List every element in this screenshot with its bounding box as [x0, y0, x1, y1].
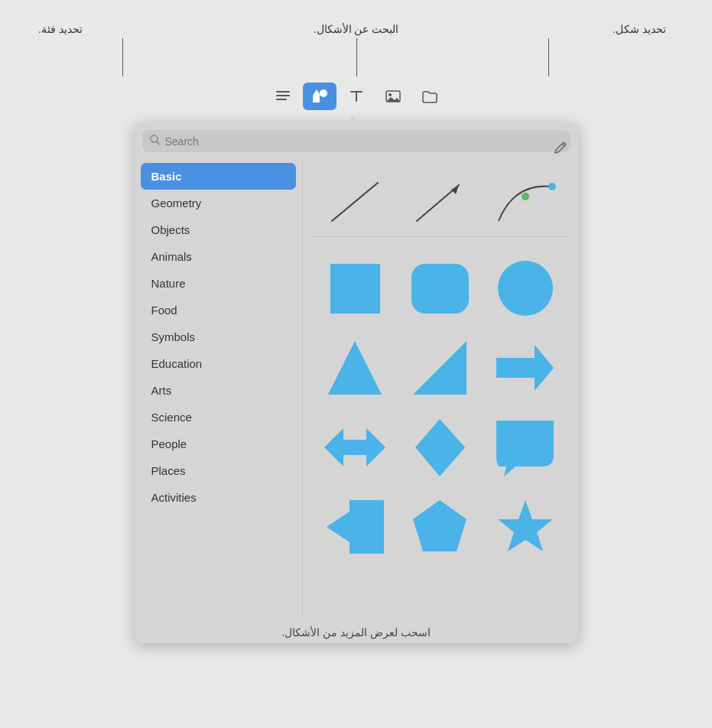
arrow-line-shape-svg	[413, 179, 467, 225]
shapes-area	[303, 158, 578, 617]
toolbar-buttons	[254, 76, 459, 116]
circle-svg	[495, 258, 556, 319]
svg-marker-30	[498, 500, 553, 551]
sidebar-item-education[interactable]: Education	[141, 350, 296, 377]
rounded-rect-svg	[408, 260, 473, 317]
diamond-svg	[411, 415, 469, 480]
svg-line-12	[157, 141, 160, 145]
sidebar-item-people[interactable]: People	[141, 431, 296, 457]
svg-marker-26	[324, 428, 385, 466]
svg-rect-20	[330, 264, 380, 314]
sidebar-item-science[interactable]: Science	[141, 404, 296, 431]
svg-marker-5	[313, 89, 320, 96]
pen-icon	[554, 141, 567, 154]
shape-pentagon[interactable]	[403, 492, 477, 561]
double-arrow-svg	[320, 421, 389, 474]
arrow-left-rect-svg	[323, 496, 388, 557]
line-shape-svg	[328, 179, 382, 225]
shape-triangle[interactable]	[318, 333, 392, 402]
search-input[interactable]	[165, 135, 563, 148]
shape-arrow-right[interactable]	[488, 333, 562, 402]
main-wrapper: تحديد شكل. البحث عن الأشكال. تحديد فئة.	[0, 15, 712, 643]
annotation-search-shapes: البحث عن الأشكال.	[314, 23, 399, 35]
pen-button[interactable]	[554, 141, 567, 158]
svg-marker-25	[496, 345, 554, 391]
sidebar-item-arts[interactable]: Arts	[141, 377, 296, 404]
sidebar-item-objects[interactable]: Objects	[141, 216, 296, 243]
annotations-area: تحديد شكل. البحث عن الأشكال. تحديد فئة.	[0, 15, 712, 76]
shape-diamond[interactable]	[403, 413, 477, 482]
svg-point-17	[548, 183, 556, 190]
sidebar-item-food[interactable]: Food	[141, 297, 296, 323]
sidebar-item-activities[interactable]: Activities	[141, 484, 296, 511]
svg-rect-21	[411, 264, 469, 314]
shape-star[interactable]	[488, 492, 562, 561]
svg-rect-1	[276, 95, 290, 96]
star-svg	[495, 496, 556, 557]
search-svg-icon	[150, 135, 161, 145]
svg-marker-16	[451, 185, 459, 194]
panel-container: Basic Geometry Objects Animals Nature Fo…	[0, 122, 712, 643]
shapes-grid	[310, 246, 571, 569]
media-button[interactable]	[376, 83, 410, 110]
shape-speech-bubble[interactable]	[488, 413, 562, 482]
toolbar	[0, 76, 712, 116]
shape-arrow-left-rect[interactable]	[318, 492, 392, 561]
text-icon	[348, 88, 365, 105]
shapes-button[interactable]	[303, 83, 336, 110]
triangle-svg	[324, 337, 385, 398]
svg-marker-23	[328, 341, 382, 395]
folder-icon	[421, 88, 438, 105]
svg-rect-0	[276, 91, 290, 93]
shape-circle[interactable]	[488, 254, 562, 323]
svg-line-14	[332, 183, 378, 221]
annotation-select-shape: تحديد شكل.	[613, 23, 666, 35]
annotation-line-right	[548, 38, 549, 76]
text-list-button[interactable]	[266, 83, 300, 110]
shape-rounded-rect[interactable]	[403, 254, 477, 323]
folder-button[interactable]	[413, 83, 447, 110]
svg-line-13	[562, 144, 564, 146]
svg-point-9	[389, 93, 392, 96]
curve-shape-svg	[491, 175, 560, 229]
square-svg	[327, 260, 384, 317]
sidebar-item-basic[interactable]: Basic	[141, 163, 296, 190]
shapes-panel: Basic Geometry Objects Animals Nature Fo…	[135, 122, 578, 643]
shape-right-triangle[interactable]	[403, 333, 477, 402]
sidebar-item-nature[interactable]: Nature	[141, 270, 296, 297]
shape-curve[interactable]	[488, 175, 562, 229]
text-list-icon	[275, 89, 291, 104]
svg-marker-27	[415, 419, 465, 476]
text-button[interactable]	[340, 83, 373, 110]
shape-double-arrow[interactable]	[318, 413, 392, 482]
sidebar-item-places[interactable]: Places	[141, 457, 296, 484]
sidebar-item-geometry[interactable]: Geometry	[141, 190, 296, 216]
toolbar-arrow-area	[0, 116, 712, 122]
search-area	[135, 130, 578, 152]
search-icon	[150, 135, 161, 148]
svg-rect-3	[313, 96, 320, 102]
svg-marker-24	[413, 341, 467, 395]
svg-point-22	[498, 261, 553, 316]
shape-arrow-line[interactable]	[403, 175, 477, 229]
panel-body: Basic Geometry Objects Animals Nature Fo…	[135, 158, 578, 617]
bottom-label: اسحب لعرض المزيد من الأشكال.	[135, 617, 578, 643]
toolbar-arrow	[346, 115, 359, 122]
shape-square[interactable]	[318, 254, 392, 323]
svg-rect-2	[276, 99, 287, 100]
annotation-line-left	[122, 38, 123, 76]
annotation-line-center	[356, 38, 357, 76]
shape-line[interactable]	[318, 175, 392, 229]
svg-marker-10	[386, 97, 400, 102]
speech-bubble-svg	[493, 417, 558, 478]
lines-row	[310, 167, 571, 237]
sidebar-item-symbols[interactable]: Symbols	[141, 323, 296, 350]
right-triangle-svg	[409, 337, 470, 398]
sidebar: Basic Geometry Objects Animals Nature Fo…	[135, 158, 303, 617]
svg-marker-29	[413, 500, 467, 551]
annotation-select-category: تحديد فئة.	[38, 23, 83, 35]
shapes-icon	[311, 88, 328, 105]
svg-marker-28	[327, 500, 384, 554]
pentagon-svg	[409, 496, 470, 557]
sidebar-item-animals[interactable]: Animals	[141, 243, 296, 270]
